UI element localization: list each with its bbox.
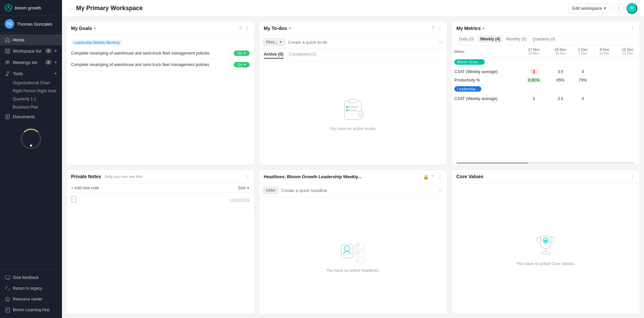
svg-rect-6 [5,52,7,53]
tools-sub-items: Organizational Chart Right Person Right … [0,79,62,111]
svg-rect-5 [8,49,10,51]
csat-val-15dec [616,68,640,76]
csat2-val-15dec [616,95,640,103]
app-name: bloom growth [15,5,41,10]
sidebar-item-documents[interactable]: Documents [0,111,62,122]
sidebar-item-org-chart[interactable]: Organizational Chart [13,79,62,87]
metrics-tab-daily[interactable]: Daily (0) [456,36,477,42]
todo-quick-input[interactable] [288,40,436,45]
todos-empty-text: You have no active to-dos. [329,126,377,131]
csat2-val-17nov: 3 [519,95,548,103]
headline-enter-icon: ↵ [439,188,443,193]
todo-tab-completed[interactable]: Completed (2) [289,52,317,59]
metrics-tab-monthly[interactable]: Monthly (0) [504,36,529,42]
metrics-more-icon[interactable]: ⋮ [630,26,635,31]
add-widget-button[interactable]: + [626,3,637,14]
goals-more-icon[interactable]: ⋮ [245,26,250,31]
csat-label-2: CSAT (Weekly average) [452,95,519,103]
meetings-list-add[interactable]: + [54,59,57,65]
sidebar-item-home[interactable]: Home [0,34,62,45]
metric-col-24nov: 24 Nov30 Nov [548,45,572,58]
core-values-card: Core Values ⋮ You have no active Core [451,169,640,314]
core-values-more-icon[interactable]: ⋮ [630,174,635,179]
topbar-actions: Edit workspace ▼ ⋮ + [568,3,637,14]
private-notes-title: Private Notes Only you can see this [71,174,245,179]
sidebar-item-quarterly[interactable]: Quarterly 1:1 [13,95,62,103]
headline-person-button[interactable]: Unkn [263,187,279,194]
headlines-card-header: Headlines: Bloom Growth Leadership Weekl… [259,170,447,184]
headlines-empty-text: You have no active headlines. [326,268,380,273]
svg-rect-29 [347,109,357,111]
svg-point-30 [346,106,348,108]
sidebar-item-learning[interactable]: Bloom Learning Hub [0,305,62,315]
question-icon: ? [5,296,10,302]
favorite-icon[interactable]: ☆ [69,5,73,11]
productivity-val-8dec [593,76,616,85]
leadership-chip: Leadership... [454,86,481,92]
username: Thomas Gonzales [17,22,53,27]
metrics-tab-quarterly[interactable]: Quarterly (0) [530,36,558,42]
svg-point-44 [357,252,359,254]
sidebar-item-feedback[interactable]: Give feedback [0,272,62,283]
avatar: TG [5,19,14,29]
more-options-button[interactable]: ⋮ [614,3,624,13]
todo-tab-active[interactable]: Active (0) [264,52,284,59]
sidebar-bottom: Give feedback Return to legacy ? Resourc… [0,269,62,318]
goal-toggle-chevron-2: ▼ [243,63,246,66]
sidebar-tools-header[interactable]: Tools ▼ [0,68,62,79]
trophy-illustration [534,231,557,258]
resource-label: Resource center [13,297,57,301]
sort-notes-button[interactable]: Sort ▼ [238,186,250,190]
only-you-label: Only you can see this [104,174,142,179]
svg-point-9 [8,61,9,62]
metric-row-csat-2: CSAT (Weekly average) 3 3.5 4 [452,95,640,103]
tools-icon [5,71,10,76]
main-content: ☆ My Primary Workspace Edit workspace ▼ … [62,0,644,318]
metrics-add-button[interactable]: + [482,25,485,31]
edit-workspace-button[interactable]: Edit workspace ▼ [568,3,611,13]
goal-toggle-1[interactable]: On ▼ [234,51,250,56]
productivity-val-24nov: 85% [548,76,572,85]
sidebar: bloom growth TG Thomas Gonzales Home Wor… [0,0,62,318]
metrics-card: My Metrics + ⋮ Daily (0) Weekly (4) Mont… [451,21,640,165]
sidebar-item-business-plan[interactable]: Business Plan [13,103,62,111]
sidebar-item-meetings-list[interactable]: Meetings list 3 + [0,57,62,68]
goal-toggle-2[interactable]: On ▼ [234,62,250,67]
headlines-more-icon[interactable]: ⋮ [438,174,442,180]
todos-filter-icon[interactable] [431,26,436,31]
learning-label: Bloom Learning Hub [13,308,57,312]
goals-add-button[interactable]: + [93,25,96,31]
private-notes-more-icon[interactable]: ⋮ [245,174,250,179]
people-icon [5,60,10,65]
csat-label-1: CSAT (Weekly average) [452,68,519,76]
goals-filter-icon[interactable] [238,26,243,31]
sidebar-item-resource[interactable]: ? Resource center [0,294,62,305]
todos-more-icon[interactable]: ⋮ [438,26,442,31]
svg-rect-4 [5,49,7,51]
metrics-tab-weekly[interactable]: Weekly (4) [478,36,503,42]
dashboard: My Goals + ⋮ Leadership Weekly Meeting C… [62,17,644,318]
csat-val-8dec [593,68,616,76]
todo-tabs: Active (0) Completed (2) [259,49,447,62]
todos-add-button[interactable]: + [288,25,291,31]
sidebar-item-rprs[interactable]: Right Person Right Seat [13,87,62,95]
sidebar-item-legacy[interactable]: Return to legacy [0,283,62,294]
headline-quick-input[interactable] [281,188,436,193]
meetings-list-badge: 3 [45,60,52,65]
productivity-val-17nov: 0.91% [519,76,548,85]
plus-icon: + [630,4,634,12]
sidebar-item-workspace-list[interactable]: Workspace list 2 + [0,45,62,57]
tools-chevron: ▼ [54,72,57,75]
csat2-val-24nov: 3.5 [548,95,572,103]
rotate-icon [5,286,10,291]
add-note-button[interactable]: + Add new note [71,186,99,190]
todo-person-button[interactable]: Pers... ▼ [263,38,285,46]
grid-icon [5,48,10,54]
private-notes-header: Private Notes Only you can see this ⋮ [66,170,254,184]
chevron-down-icon: ▼ [603,6,607,10]
goals-header-actions: ⋮ [238,26,250,31]
headlines-illustration [336,238,370,265]
workspace-list-add[interactable]: + [54,48,57,54]
headlines-filter-icon[interactable] [431,174,436,180]
doc-icon [5,114,10,119]
